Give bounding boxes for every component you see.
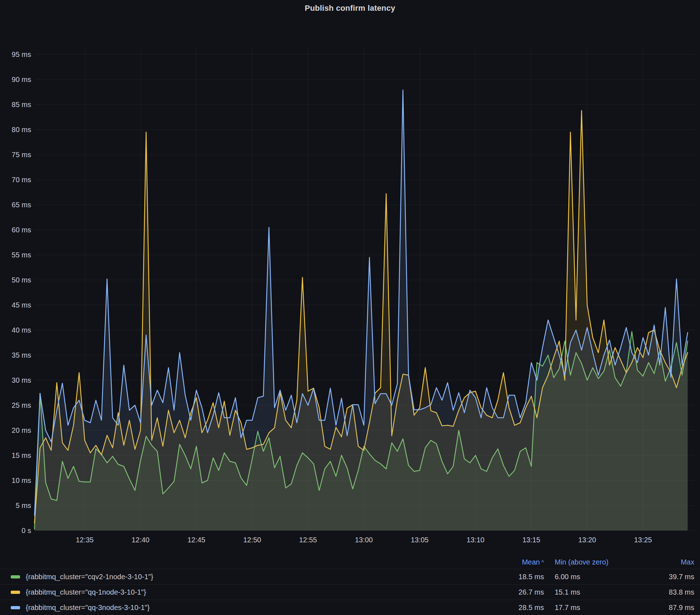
x-axis-tick-label: 12:50 [243, 536, 261, 544]
y-axis-tick-label: 5 ms [16, 502, 31, 509]
sort-asc-icon: ^ [541, 560, 544, 566]
y-axis-tick-label: 70 ms [12, 176, 31, 184]
stat-min: 17.7 ms [544, 604, 641, 612]
series-color-swatch-green[interactable] [11, 575, 20, 578]
time-series-chart[interactable]: 0 s5 ms10 ms15 ms20 ms25 ms30 ms35 ms40 … [0, 0, 700, 549]
series-label[interactable]: {rabbitmq_cluster="qq-3nodes-3-10-1"} [24, 604, 497, 612]
stat-mean: 26.7 ms [497, 588, 544, 596]
y-axis-tick-label: 15 ms [12, 451, 31, 459]
legend-sort-max[interactable]: Max [641, 558, 700, 566]
stat-max: 83.8 ms [641, 588, 700, 596]
y-axis-tick-label: 0 s [21, 527, 31, 534]
stat-min: 15.1 ms [544, 588, 641, 596]
x-axis-tick-label: 12:55 [299, 536, 317, 544]
y-axis-tick-label: 85 ms [12, 101, 31, 108]
x-axis-tick-label: 13:15 [522, 536, 540, 544]
legend-header: Mean^ Min (above zero) Max [0, 555, 700, 569]
legend-row-cqv2-1node: {rabbitmq_cluster="cqv2-1node-3-10-1"} 1… [0, 569, 700, 584]
x-axis-tick-label: 13:10 [467, 536, 485, 544]
stat-max: 39.7 ms [641, 573, 700, 581]
y-axis-tick-label: 35 ms [12, 351, 31, 359]
y-axis-tick-label: 95 ms [12, 50, 31, 58]
legend-row-qq-3nodes: {rabbitmq_cluster="qq-3nodes-3-10-1"} 28… [0, 600, 700, 615]
x-axis-tick-label: 13:25 [634, 536, 652, 544]
grafana-panel: Publish confirm latency 0 s5 ms10 ms15 m… [0, 0, 700, 615]
series-area [34, 90, 687, 531]
y-axis-tick-label: 30 ms [12, 376, 31, 384]
legend-table: Mean^ Min (above zero) Max {rabbitmq_clu… [0, 555, 700, 615]
x-axis-tick-label: 12:40 [132, 536, 150, 544]
y-axis-tick-label: 55 ms [12, 251, 31, 259]
y-axis-tick-label: 50 ms [12, 276, 31, 284]
stat-min: 6.00 ms [544, 573, 641, 581]
series-color-swatch-blue[interactable] [11, 606, 20, 609]
x-axis-tick-label: 13:20 [578, 536, 596, 544]
y-axis-tick-label: 90 ms [12, 76, 31, 83]
y-axis-tick-label: 25 ms [12, 401, 31, 409]
x-axis-tick-label: 12:45 [188, 536, 205, 544]
y-axis-tick-label: 45 ms [12, 301, 31, 309]
y-axis-tick-label: 20 ms [12, 426, 31, 434]
y-axis-tick-label: 60 ms [12, 226, 31, 234]
y-axis-tick-label: 40 ms [12, 326, 31, 334]
stat-max: 87.9 ms [641, 604, 700, 612]
series-label[interactable]: {rabbitmq_cluster="qq-1node-3-10-1"} [24, 588, 497, 596]
stat-mean: 28.5 ms [497, 604, 544, 612]
x-axis-tick-label: 12:35 [76, 536, 94, 544]
legend-row-qq-1node: {rabbitmq_cluster="qq-1node-3-10-1"} 26.… [0, 584, 700, 600]
stat-mean: 18.5 ms [497, 573, 544, 581]
y-axis-tick-label: 65 ms [12, 201, 31, 209]
y-axis-tick-label: 75 ms [12, 151, 31, 159]
x-axis-tick-label: 13:05 [411, 536, 429, 544]
x-axis-tick-label: 13:00 [355, 536, 373, 544]
legend-sort-min[interactable]: Min (above zero) [544, 558, 641, 566]
legend-sort-mean[interactable]: Mean^ [497, 558, 544, 566]
series-color-swatch-yellow[interactable] [11, 591, 20, 594]
y-axis-tick-label: 10 ms [12, 476, 31, 484]
y-axis-tick-label: 80 ms [12, 126, 31, 134]
series-label[interactable]: {rabbitmq_cluster="cqv2-1node-3-10-1"} [24, 573, 497, 581]
